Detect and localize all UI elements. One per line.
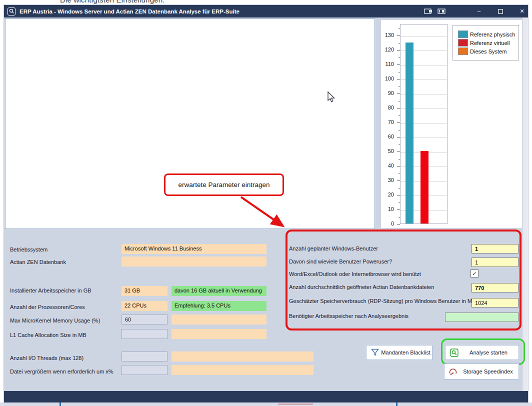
close-button[interactable]: ✕: [514, 5, 530, 18]
chart-gridline: [400, 36, 447, 36]
arbeitsspeicher-field[interactable]: 31 GB: [122, 286, 168, 296]
ytick-label: 80: [388, 104, 394, 110]
minimize-icon: –: [478, 8, 480, 14]
datei-vergroessern-field[interactable]: [122, 365, 168, 375]
prozessoren-field[interactable]: 22 CPUs: [122, 301, 168, 311]
l1-cache-field[interactable]: [122, 329, 168, 339]
ytick-label: 10: [388, 206, 394, 212]
prozessoren-label: Anzahl der Prozessoren/Cores: [10, 304, 85, 310]
datei-vergroessern-label: Datei vergrößern wenn erforderlich um x%: [10, 368, 114, 374]
mandanten-blacklist-label: Mandanten Blacklist: [380, 350, 432, 356]
prozessoren-info: Empfehlung: 3,5 CPUs: [172, 301, 266, 311]
ytick-label: 60: [388, 134, 394, 140]
background-page-text: Die wichtigtsten Einstellungen:: [60, 0, 165, 4]
main-content-panel: [5, 18, 375, 229]
microkernel-field[interactable]: 60: [122, 314, 168, 324]
io-threads-field[interactable]: [122, 352, 168, 362]
chart-legend: Referenz physisch Referenz virtuell Dies…: [452, 25, 519, 60]
legend-item: Referenz virtuell: [458, 39, 516, 46]
chart-bar-1: [420, 151, 428, 224]
ytick-label: 120: [385, 46, 394, 52]
storage-speedindex-button[interactable]: Storage Speedindex: [444, 364, 519, 380]
maximize-button[interactable]: [493, 5, 508, 18]
background-artifact: [278, 404, 313, 405]
actian-zen-field[interactable]: [122, 256, 266, 266]
mouse-cursor: [326, 91, 337, 104]
red-highlight-box: [286, 230, 522, 330]
chart-plot: [400, 24, 448, 224]
ytick-label: 30: [388, 177, 394, 183]
l1-cache-label: L1 Cache Allocation Size in MB: [10, 332, 86, 338]
datei-vergroessern-info[interactable]: [172, 365, 314, 375]
analyse-starten-button[interactable]: Analyse starten: [445, 345, 519, 360]
window-bottom-bar: [4, 391, 528, 402]
ytick-label: 0: [391, 220, 394, 226]
storage-speedindex-label: Storage Speedindex: [458, 368, 518, 374]
ytick-label: 50: [388, 148, 394, 154]
titlebar: ERP Austria - Windows Server und Actian …: [4, 5, 528, 18]
analyse-magnifier-icon: [450, 348, 458, 357]
analyse-starten-label: Analyse starten: [458, 350, 518, 356]
side-by-side-windows-icon[interactable]: [434, 5, 449, 18]
minimize-button[interactable]: –: [472, 5, 486, 18]
app-window: ERP Austria - Windows Server und Actian …: [4, 5, 528, 402]
arbeitsspeicher-info: davon 16 GB aktuell in Verwendung: [172, 286, 266, 296]
screen: Die wichtigtsten Einstellungen: ERP Aust…: [0, 0, 532, 406]
l1-cache-info[interactable]: [172, 329, 266, 339]
legend-label: Dieses System: [470, 48, 506, 54]
legend-item: Dieses System: [458, 48, 516, 55]
annotation-callout: erwartete Parameter eintragen: [164, 174, 284, 196]
ytick-label: 40: [388, 162, 394, 168]
background-divider-mark: [396, 402, 398, 406]
chart-panel: 0102030405060708090100110120130 Referenz…: [381, 20, 522, 228]
magnifier-app-icon: [8, 8, 16, 16]
window-title: ERP Austria - Windows Server und Actian …: [20, 8, 240, 14]
chart-y-axis: 0102030405060708090100110120130: [381, 24, 400, 224]
mandanten-blacklist-button[interactable]: Mandanten Blacklist: [366, 345, 432, 360]
ytick-major: [397, 224, 400, 224]
chart-bar-0: [406, 42, 414, 224]
microkernel-label: Max MicroKernel Memory Usage (%): [10, 318, 100, 324]
legend-item: Referenz physisch: [458, 30, 516, 38]
background-divider-mark: [60, 402, 61, 406]
legend-swatch-referenz-physisch: [458, 30, 468, 38]
maximize-icon: [498, 9, 503, 14]
arbeitsspeicher-label: Installierter Arbeitsspeicher in GB: [10, 288, 92, 294]
legend-label: Referenz physisch: [470, 32, 516, 38]
close-icon: ✕: [520, 8, 524, 14]
io-threads-label: Anzahl I/O Threads (max 128): [10, 355, 84, 361]
io-threads-info[interactable]: [172, 352, 314, 362]
betriebssystem-label: Betriebssystem: [10, 246, 48, 252]
legend-swatch-dieses-system: [458, 48, 468, 55]
annotation-arrow: [232, 195, 294, 238]
actian-zen-label: Actian ZEN Datenbank: [10, 259, 66, 265]
cascade-windows-icon[interactable]: [420, 5, 436, 18]
ytick-label: 90: [388, 90, 394, 96]
legend-swatch-referenz-virtuell: [458, 39, 468, 46]
background-bottom-strip: [0, 402, 532, 406]
ytick-label: 110: [385, 61, 394, 67]
window-edge-strip: [522, 18, 528, 391]
legend-label: Referenz virtuell: [470, 40, 510, 46]
annotation-callout-text: erwartete Parameter eintragen: [178, 181, 270, 188]
speedometer-icon: [448, 367, 458, 376]
ytick-label: 130: [385, 32, 394, 38]
ytick-label: 20: [388, 192, 394, 198]
ytick-label: 100: [385, 76, 394, 82]
betriebssystem-field[interactable]: Microsoft Windows 11 Business: [122, 244, 266, 254]
filter-funnel-icon: [370, 348, 380, 357]
microkernel-info[interactable]: [172, 314, 266, 324]
ytick-label: 70: [388, 119, 394, 125]
